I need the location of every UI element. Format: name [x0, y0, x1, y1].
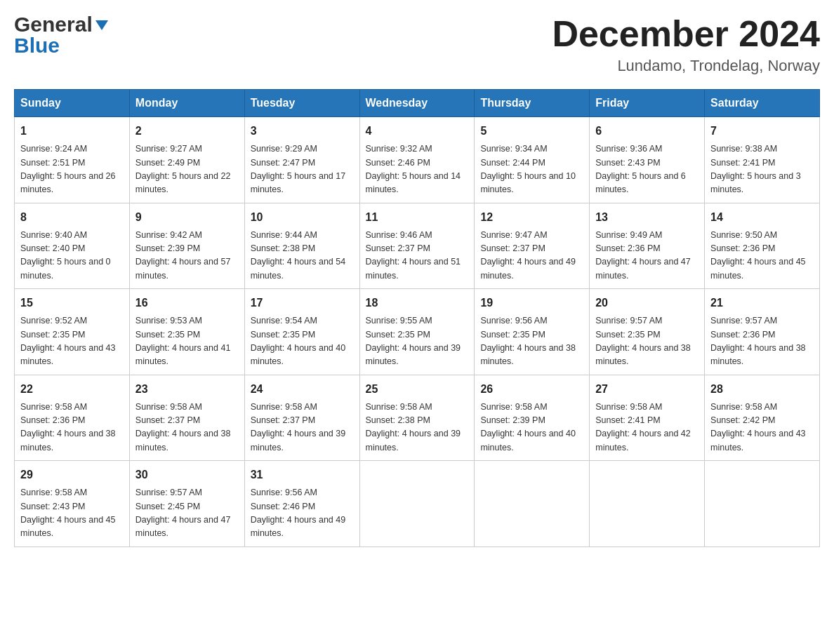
- logo: General Blue: [14, 14, 110, 56]
- weekday-header-wednesday: Wednesday: [359, 90, 475, 117]
- title-section: December 2024 Lundamo, Trondelag, Norway: [552, 14, 820, 75]
- day-info: Sunrise: 9:44 AMSunset: 2:38 PMDaylight:…: [251, 229, 354, 283]
- calendar-cell: 8Sunrise: 9:40 AMSunset: 2:40 PMDaylight…: [15, 203, 130, 289]
- day-info: Sunrise: 9:58 AMSunset: 2:43 PMDaylight:…: [20, 486, 124, 541]
- day-info: Sunrise: 9:56 AMSunset: 2:35 PMDaylight:…: [480, 314, 583, 369]
- calendar-week-row: 15Sunrise: 9:52 AMSunset: 2:35 PMDayligh…: [15, 289, 820, 375]
- calendar-cell: 20Sunrise: 9:57 AMSunset: 2:35 PMDayligh…: [590, 289, 705, 375]
- weekday-header-saturday: Saturday: [705, 90, 820, 117]
- day-number: 15: [20, 295, 124, 311]
- day-info: Sunrise: 9:57 AMSunset: 2:36 PMDaylight:…: [710, 314, 814, 369]
- day-info: Sunrise: 9:53 AMSunset: 2:35 PMDaylight:…: [135, 314, 239, 369]
- calendar-cell: 15Sunrise: 9:52 AMSunset: 2:35 PMDayligh…: [15, 289, 130, 375]
- day-info: Sunrise: 9:24 AMSunset: 2:51 PMDaylight:…: [20, 142, 124, 197]
- day-number: 25: [366, 381, 469, 398]
- weekday-header-friday: Friday: [590, 90, 705, 117]
- day-number: 20: [595, 295, 699, 311]
- day-number: 6: [595, 123, 699, 140]
- calendar-cell: 17Sunrise: 9:54 AMSunset: 2:35 PMDayligh…: [244, 289, 359, 375]
- day-number: 7: [710, 123, 814, 140]
- day-info: Sunrise: 9:27 AMSunset: 2:49 PMDaylight:…: [135, 142, 239, 197]
- calendar-week-row: 8Sunrise: 9:40 AMSunset: 2:40 PMDaylight…: [15, 203, 820, 289]
- day-info: Sunrise: 9:58 AMSunset: 2:42 PMDaylight:…: [710, 401, 814, 455]
- weekday-header-tuesday: Tuesday: [244, 90, 359, 117]
- calendar-cell: 27Sunrise: 9:58 AMSunset: 2:41 PMDayligh…: [590, 375, 705, 461]
- day-number: 16: [135, 295, 239, 311]
- calendar-cell: 16Sunrise: 9:53 AMSunset: 2:35 PMDayligh…: [129, 289, 244, 375]
- day-number: 27: [595, 381, 699, 398]
- calendar-week-row: 1Sunrise: 9:24 AMSunset: 2:51 PMDaylight…: [15, 117, 820, 203]
- calendar-cell: 23Sunrise: 9:58 AMSunset: 2:37 PMDayligh…: [129, 375, 244, 461]
- month-title: December 2024: [552, 14, 820, 54]
- day-info: Sunrise: 9:58 AMSunset: 2:38 PMDaylight:…: [366, 401, 469, 455]
- calendar-cell: 18Sunrise: 9:55 AMSunset: 2:35 PMDayligh…: [359, 289, 475, 375]
- day-number: 30: [135, 467, 239, 483]
- calendar-cell: 3Sunrise: 9:29 AMSunset: 2:47 PMDaylight…: [244, 117, 359, 203]
- calendar-cell: 26Sunrise: 9:58 AMSunset: 2:39 PMDayligh…: [475, 375, 590, 461]
- day-info: Sunrise: 9:58 AMSunset: 2:37 PMDaylight:…: [135, 401, 239, 455]
- day-info: Sunrise: 9:40 AMSunset: 2:40 PMDaylight:…: [20, 229, 124, 283]
- day-number: 11: [366, 209, 469, 226]
- calendar-cell: 1Sunrise: 9:24 AMSunset: 2:51 PMDaylight…: [15, 117, 130, 203]
- calendar-cell: 24Sunrise: 9:58 AMSunset: 2:37 PMDayligh…: [244, 375, 359, 461]
- logo-blue: Blue: [14, 35, 110, 56]
- calendar-cell: 2Sunrise: 9:27 AMSunset: 2:49 PMDaylight…: [129, 117, 244, 203]
- calendar-cell: 21Sunrise: 9:57 AMSunset: 2:36 PMDayligh…: [705, 289, 820, 375]
- day-number: 8: [20, 209, 124, 226]
- calendar-cell: 6Sunrise: 9:36 AMSunset: 2:43 PMDaylight…: [590, 117, 705, 203]
- day-info: Sunrise: 9:32 AMSunset: 2:46 PMDaylight:…: [366, 142, 469, 197]
- day-number: 12: [480, 209, 583, 226]
- calendar-cell: [359, 461, 475, 547]
- day-number: 21: [710, 295, 814, 311]
- day-info: Sunrise: 9:42 AMSunset: 2:39 PMDaylight:…: [135, 229, 239, 283]
- day-info: Sunrise: 9:56 AMSunset: 2:46 PMDaylight:…: [251, 486, 354, 541]
- day-info: Sunrise: 9:34 AMSunset: 2:44 PMDaylight:…: [480, 142, 583, 197]
- calendar-cell: 28Sunrise: 9:58 AMSunset: 2:42 PMDayligh…: [705, 375, 820, 461]
- day-info: Sunrise: 9:58 AMSunset: 2:41 PMDaylight:…: [595, 401, 699, 455]
- day-info: Sunrise: 9:55 AMSunset: 2:35 PMDaylight:…: [366, 314, 469, 369]
- calendar-cell: [475, 461, 590, 547]
- day-info: Sunrise: 9:50 AMSunset: 2:36 PMDaylight:…: [710, 229, 814, 283]
- day-info: Sunrise: 9:29 AMSunset: 2:47 PMDaylight:…: [251, 142, 354, 197]
- calendar-cell: [590, 461, 705, 547]
- page-header: General Blue December 2024 Lundamo, Tron…: [14, 14, 820, 75]
- weekday-header-sunday: Sunday: [15, 90, 130, 117]
- calendar-cell: 7Sunrise: 9:38 AMSunset: 2:41 PMDaylight…: [705, 117, 820, 203]
- day-number: 26: [480, 381, 583, 398]
- calendar-cell: 31Sunrise: 9:56 AMSunset: 2:46 PMDayligh…: [244, 461, 359, 547]
- day-info: Sunrise: 9:57 AMSunset: 2:35 PMDaylight:…: [595, 314, 699, 369]
- day-number: 5: [480, 123, 583, 140]
- calendar-cell: 19Sunrise: 9:56 AMSunset: 2:35 PMDayligh…: [475, 289, 590, 375]
- day-info: Sunrise: 9:49 AMSunset: 2:36 PMDaylight:…: [595, 229, 699, 283]
- day-number: 1: [20, 123, 124, 140]
- calendar-week-row: 29Sunrise: 9:58 AMSunset: 2:43 PMDayligh…: [15, 461, 820, 547]
- calendar-cell: [705, 461, 820, 547]
- day-info: Sunrise: 9:57 AMSunset: 2:45 PMDaylight:…: [135, 486, 239, 541]
- day-number: 14: [710, 209, 814, 226]
- day-number: 3: [251, 123, 354, 140]
- day-number: 4: [366, 123, 469, 140]
- day-number: 23: [135, 381, 239, 398]
- day-info: Sunrise: 9:58 AMSunset: 2:36 PMDaylight:…: [20, 401, 124, 455]
- day-info: Sunrise: 9:36 AMSunset: 2:43 PMDaylight:…: [595, 142, 699, 197]
- calendar-cell: 29Sunrise: 9:58 AMSunset: 2:43 PMDayligh…: [15, 461, 130, 547]
- calendar-cell: 5Sunrise: 9:34 AMSunset: 2:44 PMDaylight…: [475, 117, 590, 203]
- day-number: 29: [20, 467, 124, 483]
- day-info: Sunrise: 9:38 AMSunset: 2:41 PMDaylight:…: [710, 142, 814, 197]
- day-number: 19: [480, 295, 583, 311]
- weekday-header-thursday: Thursday: [475, 90, 590, 117]
- calendar-cell: 14Sunrise: 9:50 AMSunset: 2:36 PMDayligh…: [705, 203, 820, 289]
- day-number: 9: [135, 209, 239, 226]
- day-number: 31: [251, 467, 354, 483]
- calendar-cell: 30Sunrise: 9:57 AMSunset: 2:45 PMDayligh…: [129, 461, 244, 547]
- day-info: Sunrise: 9:58 AMSunset: 2:37 PMDaylight:…: [251, 401, 354, 455]
- day-info: Sunrise: 9:52 AMSunset: 2:35 PMDaylight:…: [20, 314, 124, 369]
- calendar-header-row: SundayMondayTuesdayWednesdayThursdayFrid…: [15, 90, 820, 117]
- calendar-cell: 10Sunrise: 9:44 AMSunset: 2:38 PMDayligh…: [244, 203, 359, 289]
- calendar-cell: 11Sunrise: 9:46 AMSunset: 2:37 PMDayligh…: [359, 203, 475, 289]
- day-info: Sunrise: 9:46 AMSunset: 2:37 PMDaylight:…: [366, 229, 469, 283]
- calendar-week-row: 22Sunrise: 9:58 AMSunset: 2:36 PMDayligh…: [15, 375, 820, 461]
- calendar-cell: 25Sunrise: 9:58 AMSunset: 2:38 PMDayligh…: [359, 375, 475, 461]
- day-number: 28: [710, 381, 814, 398]
- calendar-cell: 9Sunrise: 9:42 AMSunset: 2:39 PMDaylight…: [129, 203, 244, 289]
